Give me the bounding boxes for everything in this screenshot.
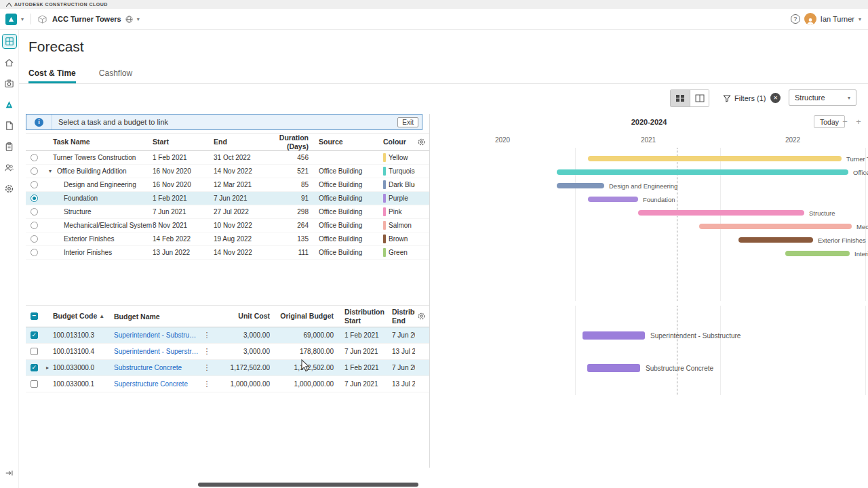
filters-button[interactable]: Filters (1): [720, 90, 768, 106]
col-end[interactable]: End: [214, 134, 256, 150]
gantt-task-bar[interactable]: [557, 169, 848, 175]
budget-row[interactable]: 100.033000.1Superstructure Concrete⋮1,00…: [26, 376, 429, 392]
nav-settings-gear-icon[interactable]: [3, 182, 16, 195]
clear-filters-button[interactable]: ✕: [770, 93, 781, 103]
budget-row[interactable]: ▸100.033000.0Substructure Concrete⋮1,172…: [26, 360, 429, 376]
task-row[interactable]: Design and Engineering16 Nov 202012 Mar …: [26, 178, 429, 192]
task-source: Office Building: [319, 219, 381, 232]
task-radio[interactable]: [26, 192, 42, 205]
task-row[interactable]: Interior Finishes13 Jun 202214 Nov 20221…: [26, 246, 429, 260]
exit-button[interactable]: Exit: [397, 117, 418, 127]
budget-table-settings-gear-icon[interactable]: [414, 306, 429, 327]
user-menu-caret-icon[interactable]: ▾: [859, 16, 861, 22]
product-switcher-caret-icon[interactable]: ▾: [21, 16, 24, 22]
col-start[interactable]: Start: [153, 134, 211, 150]
nav-members-icon[interactable]: [3, 161, 16, 174]
col-source[interactable]: Source: [319, 134, 381, 150]
task-radio[interactable]: [26, 232, 42, 245]
gantt-task-bar[interactable]: [588, 156, 842, 161]
kebab-menu-icon[interactable]: ⋮: [201, 327, 213, 343]
nav-build-logo-icon[interactable]: [3, 98, 16, 111]
budget-name-link[interactable]: Superintendent - Substructure: [114, 327, 199, 343]
nav-home-icon[interactable]: [3, 56, 16, 69]
col-distribution-start[interactable]: Distribution Start: [344, 306, 388, 327]
budget-checkbox[interactable]: [26, 376, 42, 392]
collapse-panel-icon[interactable]: [3, 466, 16, 480]
budget-checkbox[interactable]: [26, 327, 42, 343]
task-radio[interactable]: [26, 219, 42, 232]
nav-apps-grid-icon[interactable]: [3, 35, 16, 48]
select-all-checkbox[interactable]: [26, 306, 42, 327]
gantt-panel: 2020-2024 Today − + 202020212022 Turner …: [429, 114, 868, 468]
task-row[interactable]: Turner Towers Construction1 Feb 202131 O…: [26, 151, 429, 165]
kebab-menu-icon[interactable]: ⋮: [201, 344, 213, 359]
task-row[interactable]: Exterior Finishes14 Feb 202219 Aug 20221…: [26, 232, 429, 246]
task-source: Office Building: [319, 165, 381, 178]
help-icon[interactable]: ?: [791, 14, 800, 24]
col-unit-cost[interactable]: Unit Cost: [216, 306, 270, 327]
task-duration: 456: [256, 151, 309, 164]
col-colour[interactable]: Colour: [383, 134, 415, 150]
col-budget-code[interactable]: Budget Code▲: [45, 306, 111, 327]
budget-row[interactable]: 100.013100.4Superintendent - Superstruct…: [26, 344, 429, 360]
budget-name-link[interactable]: Superintendent - Superstructure: [114, 344, 199, 359]
task-table-settings-gear-icon[interactable]: [414, 134, 429, 150]
col-distribution-end[interactable]: Distribution End: [392, 306, 415, 327]
grid-view-button[interactable]: [671, 90, 690, 106]
col-original-budget[interactable]: Original Budget: [275, 306, 334, 327]
project-name[interactable]: ACC Turner Towers: [52, 15, 121, 23]
zoom-out-button[interactable]: −: [840, 116, 850, 127]
budget-checkbox[interactable]: [26, 360, 42, 375]
task-row[interactable]: Foundation1 Feb 20217 Jun 202191Office B…: [26, 192, 429, 205]
funnel-icon: [723, 94, 731, 102]
budget-table-header: Budget Code▲ Budget Name Unit Cost Origi…: [26, 305, 429, 327]
task-radio[interactable]: [26, 165, 42, 178]
gantt-task-bar[interactable]: [588, 197, 638, 202]
avatar[interactable]: [804, 13, 816, 25]
col-duration[interactable]: Duration (Days): [256, 134, 309, 150]
kebab-menu-icon[interactable]: ⋮: [201, 376, 213, 392]
task-end: 19 Aug 2022: [214, 232, 256, 245]
gantt-budget-bar[interactable]: [587, 364, 640, 372]
nav-photos-icon[interactable]: [3, 77, 16, 90]
gantt-task-bar[interactable]: [638, 210, 804, 216]
expand-caret-icon[interactable]: ▸: [46, 365, 49, 371]
kebab-menu-icon[interactable]: ⋮: [201, 360, 213, 375]
gantt-task-bar[interactable]: [785, 251, 850, 256]
tab-cashflow[interactable]: Cashflow: [99, 68, 132, 83]
col-budget-name[interactable]: Budget Name: [114, 306, 199, 327]
task-start: 16 Nov 2020: [153, 165, 211, 178]
gantt-task-bar[interactable]: [699, 224, 852, 229]
zoom-in-button[interactable]: +: [853, 116, 864, 127]
budget-code: 100.013100.4: [45, 344, 111, 359]
task-row[interactable]: Structure7 Jun 202127 Jul 2022298Office …: [26, 205, 429, 219]
collapse-caret-icon[interactable]: ▾: [49, 168, 57, 174]
task-row[interactable]: Mechanical/Electrical Systems8 Nov 20211…: [26, 219, 429, 232]
budget-name-link[interactable]: Substructure Concrete: [114, 360, 199, 375]
tab-cost-time[interactable]: Cost & Time: [28, 68, 76, 83]
task-radio[interactable]: [26, 246, 42, 259]
horizontal-scrollbar[interactable]: [198, 483, 418, 487]
budget-name-link[interactable]: Superstructure Concrete: [114, 376, 199, 392]
structure-select[interactable]: Structure ▾: [789, 89, 856, 106]
gantt-budget-bar[interactable]: [583, 331, 645, 340]
task-radio[interactable]: [26, 205, 42, 218]
gantt-task-bar[interactable]: [557, 183, 604, 188]
product-icon[interactable]: [5, 14, 17, 25]
col-task-name[interactable]: Task Name: [42, 134, 152, 150]
task-name: Interior Finishes: [42, 246, 152, 259]
task-table: Task Name Start End Duration (Days) Sour…: [26, 133, 429, 260]
budget-row[interactable]: 100.013100.3Superintendent - Substructur…: [26, 327, 429, 344]
split-view-button[interactable]: [690, 90, 709, 106]
task-radio[interactable]: [26, 178, 42, 191]
nav-files-icon[interactable]: [3, 119, 16, 132]
gantt-bar-label: Office Building Addition: [853, 169, 868, 176]
project-switcher-caret-icon[interactable]: ▾: [137, 16, 140, 22]
nav-reports-icon[interactable]: [3, 140, 16, 153]
user-name[interactable]: Ian Turner: [821, 15, 854, 23]
task-radio[interactable]: [26, 151, 42, 164]
task-row[interactable]: ▾Office Building Addition16 Nov 202014 N…: [26, 165, 429, 178]
gantt-task-bar[interactable]: [738, 237, 813, 243]
budget-checkbox[interactable]: [26, 344, 42, 359]
task-colour: Yellow: [383, 151, 415, 164]
